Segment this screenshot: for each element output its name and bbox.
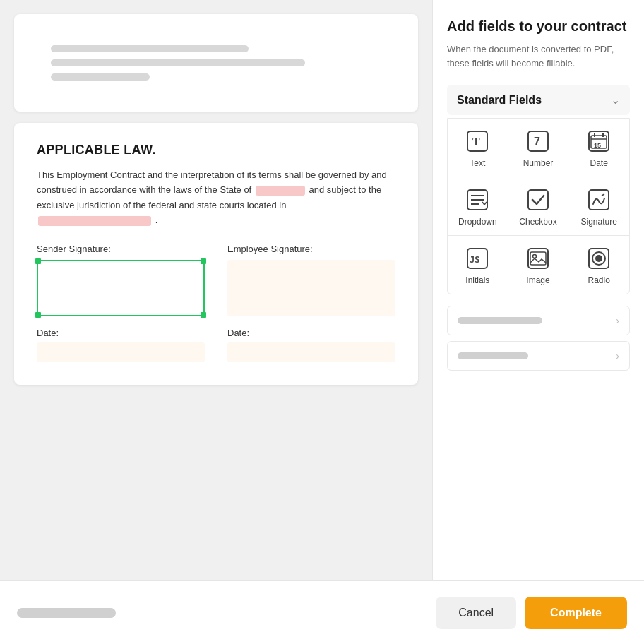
signature-section: Sender Signature: Employee Signature: — [37, 244, 395, 316]
bottom-actions: Cancel Complete — [436, 597, 627, 629]
corner-br — [201, 312, 206, 318]
section-title: APPLICABLE LAW. — [37, 143, 395, 157]
dropdown-icon — [465, 187, 490, 213]
field-checkbox-label: Checkbox — [519, 217, 556, 227]
skeleton-line-1 — [51, 45, 249, 52]
field-image[interactable]: Image — [508, 236, 569, 294]
employee-signature-block: Employee Signature: — [227, 244, 395, 316]
employee-date-field[interactable] — [227, 342, 395, 362]
field-signature[interactable]: Signature — [568, 177, 629, 236]
svg-point-24 — [595, 255, 602, 262]
field-initials[interactable]: JS Initials — [448, 236, 508, 294]
field-signature-label: Signature — [580, 217, 616, 227]
field-number-label: Number — [523, 158, 554, 168]
svg-point-21 — [532, 255, 536, 258]
extra-chevron-2-icon: › — [616, 350, 619, 362]
field-initials-label: Initials — [465, 275, 489, 285]
field-number[interactable]: 7 Number — [508, 119, 569, 177]
svg-rect-14 — [528, 190, 548, 210]
svg-text:T: T — [472, 136, 480, 148]
panel-title: Add fields to your contract — [447, 17, 630, 35]
right-panel: Add fields to your contract When the doc… — [432, 0, 644, 580]
chevron-down-icon: ⌄ — [611, 93, 620, 107]
svg-text:7: 7 — [534, 136, 540, 148]
image-icon — [525, 246, 551, 271]
skeleton-line-2 — [51, 59, 305, 66]
field-radio[interactable]: Radio — [568, 236, 629, 294]
main-layout: APPLICABLE LAW. This Employment Contract… — [0, 0, 644, 580]
field-date-label: Date — [590, 158, 607, 168]
field-radio-label: Radio — [588, 275, 609, 285]
standard-fields-label: Standard Fields — [457, 94, 542, 107]
extra-item-1[interactable]: › — [447, 306, 630, 335]
radio-icon — [586, 246, 612, 271]
sender-date-field[interactable] — [37, 342, 205, 362]
left-panel: APPLICABLE LAW. This Employment Contract… — [0, 0, 432, 580]
document-content-card: APPLICABLE LAW. This Employment Contract… — [14, 123, 418, 385]
field-checkbox[interactable]: Checkbox — [508, 177, 569, 236]
standard-fields-header[interactable]: Standard Fields ⌄ — [447, 85, 630, 115]
fields-grid: T Text 7 Number — [447, 118, 630, 294]
svg-rect-20 — [530, 252, 546, 265]
field-dropdown[interactable]: Dropdown — [448, 177, 508, 236]
cancel-button[interactable]: Cancel — [436, 597, 516, 629]
body-text-part3: . — [155, 215, 158, 225]
field-text[interactable]: T Text — [448, 119, 508, 177]
field-text-label: Text — [470, 158, 485, 168]
extra-item-2-bar — [458, 352, 528, 359]
date-icon: 15 — [586, 129, 612, 154]
top-doc-card — [14, 14, 418, 112]
field-image-label: Image — [526, 275, 549, 285]
sender-signature-label: Sender Signature: — [37, 244, 205, 254]
extra-item-1-bar — [458, 317, 542, 324]
extra-chevron-1-icon: › — [616, 315, 619, 326]
extra-item-2[interactable]: › — [447, 341, 630, 371]
bottom-left-placeholder — [17, 608, 116, 618]
checkbox-icon — [525, 187, 551, 213]
field-date[interactable]: 15 Date — [568, 119, 629, 177]
location-field[interactable] — [38, 216, 151, 226]
svg-text:15: 15 — [594, 142, 601, 149]
bottom-bar: Cancel Complete — [0, 580, 644, 644]
skeleton-line-3 — [51, 73, 150, 80]
date-section: Date: Date: — [37, 328, 395, 362]
svg-line-16 — [602, 194, 604, 196]
svg-text:JS: JS — [470, 255, 479, 265]
employee-signature-field[interactable] — [227, 260, 395, 316]
sender-date-label: Date: — [37, 328, 205, 338]
state-field[interactable] — [256, 186, 305, 196]
employee-date-label: Date: — [227, 328, 395, 338]
signature-icon — [586, 187, 612, 213]
svg-rect-19 — [528, 249, 548, 268]
panel-description: When the document is converted to PDF, t… — [447, 42, 630, 71]
sender-date-block: Date: — [37, 328, 205, 362]
text-icon: T — [465, 129, 490, 154]
body-text: This Employment Contract and the interpr… — [37, 167, 395, 228]
employee-signature-label: Employee Signature: — [227, 244, 395, 254]
sender-signature-field[interactable] — [37, 260, 205, 316]
field-dropdown-label: Dropdown — [458, 217, 497, 227]
sender-signature-block: Sender Signature: — [37, 244, 205, 316]
complete-button[interactable]: Complete — [525, 597, 627, 629]
employee-date-block: Date: — [227, 328, 395, 362]
corner-bl — [35, 312, 41, 318]
initials-icon: JS — [465, 246, 490, 271]
number-icon: 7 — [525, 129, 551, 154]
